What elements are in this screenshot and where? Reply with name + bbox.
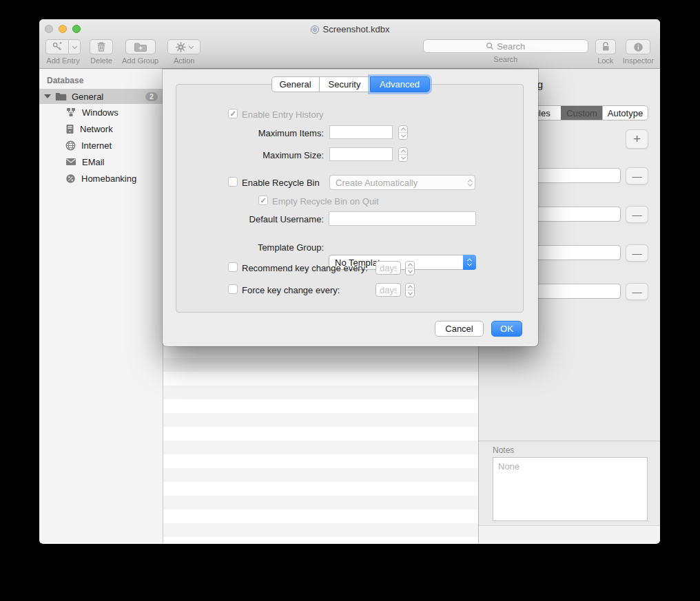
sidebar-item-email[interactable]: EMail [39,154,163,170]
tab-general[interactable]: General [271,76,320,92]
maximum-size-label: Maximum Size: [163,150,324,160]
enable-recycle-bin-label: Enable Recycle Bin [242,178,320,188]
folder-icon [55,92,67,101]
add-entry-dropdown-button[interactable] [69,39,81,54]
inspector-tool: Inspector [623,39,654,65]
recycle-bin-mode-popup[interactable]: Create Automatically [329,175,475,190]
force-key-change-stepper[interactable] [405,283,415,297]
sidebar-item-network[interactable]: Network [39,120,163,137]
sidebar-item-label: Windows [82,107,119,118]
trash-icon [96,41,106,52]
sidebar-item-internet[interactable]: Internet [39,137,163,154]
search-label: Search [493,55,517,63]
search-input[interactable]: Search [423,39,588,53]
action-tool: Action [167,39,200,65]
remove-custom-field-button[interactable]: — [626,283,648,300]
envelope-icon [65,158,76,166]
delete-button[interactable] [90,39,113,54]
lock-label: Lock [597,56,613,65]
inspector-bottom-bar [479,525,660,543]
sidebar-item-label: Homebanking [81,173,136,184]
window-header: Screenshot.kdbx Add Ent [39,19,660,69]
empty-recycle-bin-checkbox[interactable] [258,196,268,205]
sidebar-item-windows[interactable]: Windows [39,104,163,120]
globe-icon [65,140,76,151]
stepper-down-icon [407,268,412,273]
delete-tool: Delete [90,39,113,65]
action-button[interactable] [167,39,200,54]
search-tool: Search Search [423,39,588,63]
force-key-change-label: Force key change every: [242,285,340,295]
lock-button[interactable] [595,39,616,54]
remove-custom-field-button[interactable]: — [626,244,648,262]
maximum-items-input[interactable] [329,125,393,139]
sidebar-item-label: Internet [81,140,112,151]
action-label: Action [174,56,195,65]
add-group-button[interactable] [125,39,156,54]
recommend-key-change-label: Recommend key change every: [242,263,368,273]
window-title: Screenshot.kdbx [39,24,660,34]
maximum-size-input[interactable] [329,147,393,161]
entry-count-badge: 2 [145,92,158,101]
remove-custom-field-button[interactable]: — [626,206,648,223]
inspector-button[interactable] [626,39,650,54]
stepper-down-icon [400,155,405,160]
notes-label: Notes [493,445,514,455]
default-username-input[interactable] [329,211,476,226]
chevron-down-icon [72,43,76,48]
chevron-down-icon [189,43,194,48]
info-icon [633,42,644,52]
maximum-items-stepper[interactable] [398,125,408,140]
key-plus-icon [52,41,63,52]
remove-custom-field-button[interactable]: — [626,167,648,184]
tab-custom[interactable]: Custom [561,106,602,120]
popup-arrows-icon [463,255,476,270]
add-custom-field-button[interactable]: + [626,129,648,149]
lock-tool: Lock [595,39,616,65]
maximum-items-label: Maximum Items: [163,128,324,138]
add-entry-label: Add Entry [46,56,79,65]
recommend-key-change-stepper[interactable] [405,261,415,275]
document-safe-icon [310,25,320,34]
sidebar-item-homebanking[interactable]: Homebanking [39,170,163,187]
stepper-down-icon [400,133,405,138]
settings-tabs: General Security Advanced [163,76,538,92]
recommend-key-change-checkbox[interactable] [228,262,238,272]
add-group-tool: Add Group [122,39,158,65]
force-key-change-checkbox[interactable] [228,284,238,294]
default-username-label: Default Username: [163,214,324,224]
force-key-change-days-input[interactable] [375,283,401,297]
gear-icon [175,41,187,53]
notes-textarea[interactable] [493,457,648,521]
add-entry-tool: Add Entry [45,39,81,65]
tab-autotype[interactable]: Autotype [602,106,648,120]
add-entry-button[interactable] [45,39,69,54]
tab-advanced[interactable]: Advanced [370,76,430,92]
delete-label: Delete [90,56,112,65]
percent-icon [65,173,76,184]
search-icon [486,42,494,50]
server-icon [65,124,74,134]
maximum-size-stepper[interactable] [398,147,408,162]
cancel-button[interactable]: Cancel [435,321,484,337]
notes-divider [479,441,660,441]
recycle-bin-mode-value: Create Automatically [336,178,418,188]
tab-security[interactable]: Security [319,76,371,92]
database-settings-dialog: General Security Advanced Enable Entry H… [163,69,538,346]
sidebar-group-general[interactable]: General 2 [39,89,163,104]
window-title-text: Screenshot.kdbx [323,24,390,34]
sidebar: Database General 2 Windows [39,69,163,543]
toolbar-left: Add Entry Delete [45,39,200,65]
sidebar-item-label: EMail [82,157,105,167]
toolbar-right: Search Search Lock [423,39,654,65]
template-group-label: Template Group: [163,242,324,253]
ok-button[interactable]: OK [491,321,522,337]
enable-recycle-bin-checkbox[interactable] [228,177,238,187]
empty-recycle-bin-label: Empty Recycle Bin on Quit [272,196,379,207]
enable-entry-history-checkbox[interactable] [228,109,238,118]
search-placeholder: Search [497,41,525,52]
recommend-key-change-days-input[interactable] [375,261,401,275]
disclosure-triangle-icon[interactable] [44,94,51,98]
open-padlock-icon [601,41,610,52]
sidebar-group-label: General [72,92,103,102]
